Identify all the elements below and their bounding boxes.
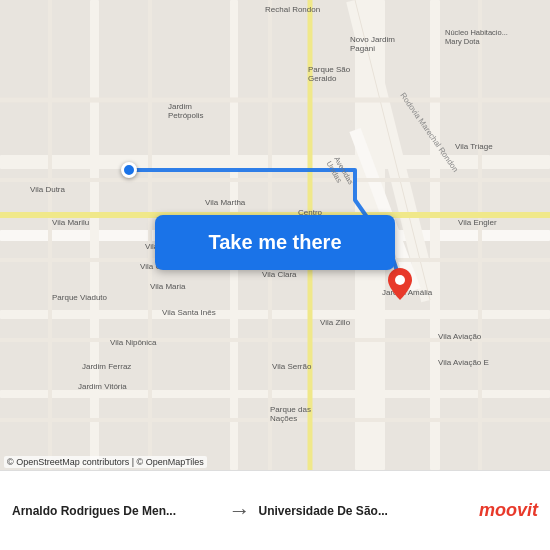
app: Rodovia Marechal Rondon Rechal Rondon No… xyxy=(0,0,550,550)
route-arrow: → xyxy=(229,498,251,524)
button-label: Take me there xyxy=(208,231,341,254)
svg-rect-4 xyxy=(0,390,550,398)
bottom-bar: Arnaldo Rodrigues De Men... → Universida… xyxy=(0,470,550,550)
map-container: Rodovia Marechal Rondon Rechal Rondon No… xyxy=(0,0,550,470)
svg-rect-8 xyxy=(430,0,440,470)
svg-rect-5 xyxy=(90,0,99,470)
destination-name: Universidade De São... xyxy=(259,504,468,518)
moovit-logo: moovit xyxy=(479,500,538,521)
svg-point-24 xyxy=(395,275,405,285)
svg-rect-1 xyxy=(0,155,550,169)
take-me-there-button[interactable]: Take me there xyxy=(155,215,395,270)
svg-rect-3 xyxy=(0,310,550,319)
origin-marker xyxy=(121,162,137,178)
destination-route-item: Universidade De São... xyxy=(259,504,468,518)
destination-marker xyxy=(388,268,412,304)
attribution: © OpenStreetMap contributors | © OpenMap… xyxy=(4,456,207,468)
origin-route-item: Arnaldo Rodrigues De Men... xyxy=(12,504,221,518)
origin-name: Arnaldo Rodrigues De Men... xyxy=(12,504,221,518)
